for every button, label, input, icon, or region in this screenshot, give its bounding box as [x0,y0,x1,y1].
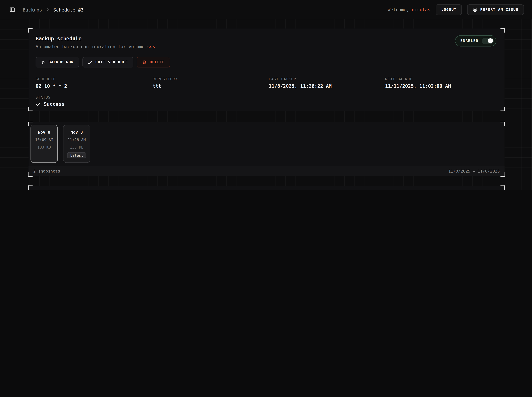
snapshot-count: 2 snapshots [33,169,60,174]
username: nicolas [412,7,431,12]
top-bar: Backups Schedule #3 Welcome,nicolas LOGO… [0,0,532,19]
check-icon [36,101,41,106]
field-value: 11/8/2025, 11:26:22 AM [269,83,385,89]
snapshot-card[interactable]: Nov 8 10:09 AM 133 KB [31,125,58,163]
field-label: SCHEDULE [36,77,153,81]
field-value: 02 10 * * 2 [36,83,153,89]
corner-bracket [500,28,505,33]
backup-now-button[interactable]: BACKUP NOW [36,57,79,68]
sidebar-toggle-button[interactable] [8,5,17,14]
breadcrumb-backups[interactable]: Backups [23,7,42,12]
snapshot-time: 11:26 AM [68,138,86,142]
field-last-backup: LAST BACKUP 11/8/2025, 11:26:22 AM [269,77,385,89]
panel-subtitle: Automated backup configuration for volum… [36,44,497,49]
status-text: Success [44,101,65,107]
corner-bracket [500,186,505,190]
field-label: NEXT BACKUP [385,77,497,81]
welcome-text: Welcome,nicolas [388,7,431,12]
page: Backups Schedule #3 Welcome,nicolas LOGO… [0,0,532,190]
field-label: LAST BACKUP [269,77,385,81]
volume-name: sss [147,44,155,49]
field-value: 11/11/2025, 11:02:00 AM [385,83,497,89]
breadcrumb: Backups Schedule #3 [23,7,84,12]
trash-icon [142,60,146,64]
subtitle-text: Automated backup configuration for volum… [36,44,145,49]
edit-schedule-button[interactable]: EDIT SCHEDULE [82,57,133,68]
toggle-knob [488,38,493,43]
welcome-prefix: Welcome, [388,7,409,12]
logout-label: LOGOUT [441,7,456,12]
snapshot-range: 11/8/2025 – 11/8/2025 [448,169,500,174]
field-repository: REPOSITORY ttt [153,77,269,89]
enabled-label: ENABLED [460,39,478,43]
snapshot-card[interactable]: Nov 8 11:26 AM 133 KB Latest [63,125,90,163]
corner-bracket [28,186,33,190]
report-issue-icon [473,7,477,12]
report-issue-button[interactable]: REPORT AN ISSUE [467,4,524,15]
corner-bracket [28,107,33,111]
field-label: REPOSITORY [153,77,269,81]
backup-now-label: BACKUP NOW [49,60,74,64]
field-next-backup: NEXT BACKUP 11/11/2025, 11:02:00 AM [385,77,497,89]
panel-left-icon [10,7,15,13]
latest-badge: Latest [67,152,86,158]
backup-schedule-panel: Backup schedule Automated backup configu… [29,29,505,111]
corner-bracket [28,28,33,33]
breadcrumb-current: Schedule #3 [53,7,84,12]
toggle-switch[interactable] [482,38,494,44]
field-schedule: SCHEDULE 02 10 * * 2 [36,77,153,89]
snapshot-date: Nov 8 [38,130,50,135]
top-bar-right: Welcome,nicolas LOGOUT REPORT AN ISSUE [388,4,524,15]
report-issue-label: REPORT AN ISSUE [480,7,518,12]
field-status: STATUS Success [36,95,497,107]
corner-bracket [500,107,505,111]
snapshot-time: 10:09 AM [35,138,53,142]
field-value: ttt [153,83,269,89]
snapshot-size: 133 KB [70,145,83,149]
snapshot-size: 133 KB [37,145,51,149]
file-browser-panel: File Browser Viewing snapshot from 11/8/… [29,186,505,190]
schedule-actions: BACKUP NOW EDIT SCHEDULE DELETE [36,57,497,68]
snapshot-date: Nov 8 [71,130,83,135]
schedule-fields: SCHEDULE 02 10 * * 2 REPOSITORY ttt LAST… [36,77,497,89]
pencil-icon [88,60,92,64]
chevron-right-icon [45,7,50,12]
delete-label: DELETE [150,60,165,64]
snapshots-footer: 2 snapshots 11/8/2025 – 11/8/2025 [29,166,505,176]
logout-button[interactable]: LOGOUT [436,4,462,15]
play-icon [41,60,45,64]
edit-schedule-label: EDIT SCHEDULE [95,60,128,64]
snapshot-cards: Nov 8 10:09 AM 133 KB Nov 8 11:26 AM 133… [29,122,505,166]
snapshots-panel: Nov 8 10:09 AM 133 KB Nov 8 11:26 AM 133… [29,122,505,176]
enabled-toggle[interactable]: ENABLED [455,35,496,46]
panel-title: Backup schedule [36,36,497,42]
delete-button[interactable]: DELETE [137,57,170,68]
status-value: Success [36,101,497,107]
status-label: STATUS [36,95,497,99]
